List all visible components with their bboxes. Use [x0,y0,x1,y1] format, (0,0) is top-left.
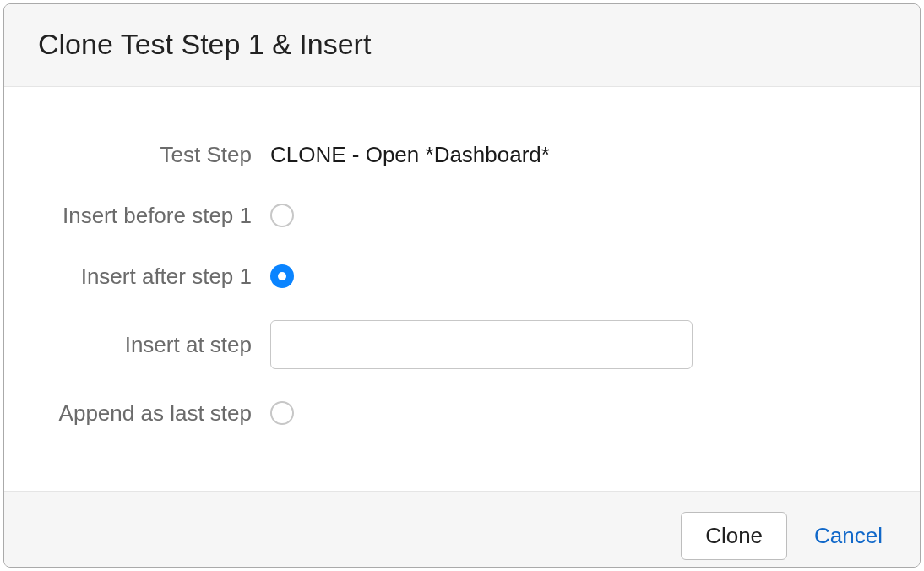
dialog-title: Clone Test Step 1 & Insert [38,28,886,61]
insert-before-radio[interactable] [270,204,294,227]
insert-at-input[interactable] [270,320,693,369]
row-insert-after: Insert after step 1 [38,259,886,293]
cancel-button[interactable]: Cancel [811,513,886,559]
row-append-last: Append as last step [38,396,886,430]
insert-after-label: Insert after step 1 [38,264,270,290]
clone-button[interactable]: Clone [681,512,787,560]
insert-after-radio[interactable] [270,264,294,288]
dialog-body: Test Step CLONE - Open *Dashboard* Inser… [4,87,920,491]
append-last-radio[interactable] [270,401,294,425]
clone-test-step-dialog: Clone Test Step 1 & Insert Test Step CLO… [3,3,921,568]
insert-before-label: Insert before step 1 [38,203,270,229]
row-insert-at: Insert at step [38,320,886,369]
row-insert-before: Insert before step 1 [38,198,886,232]
row-test-step: Test Step CLONE - Open *Dashboard* [38,138,886,171]
dialog-header: Clone Test Step 1 & Insert [4,4,920,87]
append-last-label: Append as last step [38,400,270,427]
test-step-label: Test Step [38,142,270,168]
dialog-footer: Clone Cancel [4,491,920,568]
insert-at-label: Insert at step [38,332,270,358]
test-step-value: CLONE - Open *Dashboard* [270,142,550,168]
